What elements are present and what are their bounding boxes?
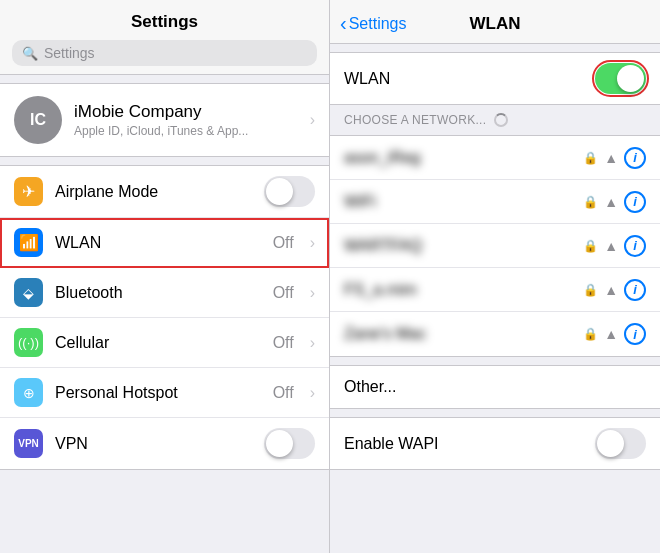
cellular-icon: ((·)) [18, 335, 39, 350]
wifi-icon-3: ▲ [604, 282, 618, 298]
search-placeholder-text: Settings [44, 45, 95, 61]
airplane-icon-box: ✈ [14, 177, 43, 206]
choose-network-bar: CHOOSE A NETWORK... [330, 105, 660, 135]
network-name-2: WARTFAQ [344, 237, 575, 255]
choose-network-text: CHOOSE A NETWORK... [344, 113, 486, 127]
bluetooth-icon: ⬙ [23, 285, 34, 301]
network-row-1[interactable]: WiFi 🔒 ▲ i [330, 180, 660, 224]
settings-row-wlan[interactable]: 📶 WLAN Off › [0, 218, 329, 268]
lock-icon-1: 🔒 [583, 195, 598, 209]
network-row-4[interactable]: Zane's Mac 🔒 ▲ i [330, 312, 660, 356]
enable-wapi-row: Enable WAPI [330, 417, 660, 470]
wlan-chevron: › [310, 234, 315, 252]
profile-section[interactable]: IC iMobie Company Apple ID, iCloud, iTun… [0, 83, 329, 157]
bluetooth-chevron: › [310, 284, 315, 302]
hotspot-icon: ⊕ [23, 385, 35, 401]
network-icons-1: 🔒 ▲ i [583, 191, 646, 213]
enable-wapi-toggle-knob [597, 430, 624, 457]
loading-spinner [494, 113, 508, 127]
bluetooth-value: Off [273, 284, 294, 302]
wifi-icon-1: ▲ [604, 194, 618, 210]
wlan-main-row: WLAN [330, 52, 660, 105]
lock-icon-4: 🔒 [583, 327, 598, 341]
wlan-toggle[interactable] [595, 63, 646, 94]
profile-info: iMobie Company Apple ID, iCloud, iTunes … [74, 102, 298, 138]
settings-row-vpn[interactable]: VPN VPN [0, 418, 329, 469]
wifi-icon-2: ▲ [604, 238, 618, 254]
right-header: ‹ Settings WLAN [330, 0, 660, 44]
settings-row-airplane[interactable]: ✈ Airplane Mode [0, 166, 329, 218]
back-label: Settings [349, 15, 407, 33]
enable-wapi-toggle[interactable] [595, 428, 646, 459]
vpn-icon: VPN [18, 438, 39, 449]
right-panel: ‹ Settings WLAN WLAN CHOOSE A NETWORK...… [330, 0, 660, 553]
other-row[interactable]: Other... [330, 365, 660, 409]
network-row-0[interactable]: ason_iReg 🔒 ▲ i [330, 136, 660, 180]
network-icons-0: 🔒 ▲ i [583, 147, 646, 169]
settings-row-cellular[interactable]: ((·)) Cellular Off › [0, 318, 329, 368]
hotspot-icon-box: ⊕ [14, 378, 43, 407]
wlan-value: Off [273, 234, 294, 252]
network-name-3: FS_a.mim [344, 281, 575, 299]
airplane-toggle-knob [266, 178, 293, 205]
network-name-0: ason_iReg [344, 149, 575, 167]
right-title: WLAN [470, 14, 521, 34]
back-chevron-icon: ‹ [340, 12, 347, 35]
info-icon-3[interactable]: i [624, 279, 646, 301]
bluetooth-icon-box: ⬙ [14, 278, 43, 307]
airplane-toggle[interactable] [264, 176, 315, 207]
network-name-4: Zane's Mac [344, 325, 575, 343]
cellular-label: Cellular [55, 334, 261, 352]
wlan-icon-box: 📶 [14, 228, 43, 257]
cellular-value: Off [273, 334, 294, 352]
airplane-icon: ✈ [22, 182, 35, 201]
networks-group: ason_iReg 🔒 ▲ i WiFi 🔒 ▲ i WARTFAQ 🔒 ▲ i [330, 135, 660, 357]
back-button[interactable]: ‹ Settings [340, 12, 406, 35]
info-icon-1[interactable]: i [624, 191, 646, 213]
settings-group: ✈ Airplane Mode 📶 WLAN Off › ⬙ Bluetooth… [0, 165, 329, 470]
info-icon-0[interactable]: i [624, 147, 646, 169]
left-panel: Settings 🔍 Settings IC iMobie Company Ap… [0, 0, 330, 553]
vpn-label: VPN [55, 435, 252, 453]
profile-subtitle: Apple ID, iCloud, iTunes & App... [74, 124, 298, 138]
lock-icon-2: 🔒 [583, 239, 598, 253]
profile-name: iMobie Company [74, 102, 298, 122]
network-icons-4: 🔒 ▲ i [583, 323, 646, 345]
hotspot-value: Off [273, 384, 294, 402]
network-row-2[interactable]: WARTFAQ 🔒 ▲ i [330, 224, 660, 268]
search-icon: 🔍 [22, 46, 38, 61]
settings-row-hotspot[interactable]: ⊕ Personal Hotspot Off › [0, 368, 329, 418]
info-icon-4[interactable]: i [624, 323, 646, 345]
wifi-icon-4: ▲ [604, 326, 618, 342]
settings-row-bluetooth[interactable]: ⬙ Bluetooth Off › [0, 268, 329, 318]
vpn-icon-box: VPN [14, 429, 43, 458]
hotspot-label: Personal Hotspot [55, 384, 261, 402]
lock-icon-0: 🔒 [583, 151, 598, 165]
other-label: Other... [344, 378, 396, 396]
wlan-toggle-knob [617, 65, 644, 92]
avatar: IC [14, 96, 62, 144]
wlan-icon: 📶 [19, 233, 39, 252]
cellular-icon-box: ((·)) [14, 328, 43, 357]
cellular-chevron: › [310, 334, 315, 352]
vpn-toggle[interactable] [264, 428, 315, 459]
network-icons-3: 🔒 ▲ i [583, 279, 646, 301]
lock-icon-3: 🔒 [583, 283, 598, 297]
network-name-1: WiFi [344, 193, 575, 211]
wifi-icon-0: ▲ [604, 150, 618, 166]
left-header: Settings 🔍 Settings [0, 0, 329, 75]
info-icon-2[interactable]: i [624, 235, 646, 257]
bluetooth-label: Bluetooth [55, 284, 261, 302]
profile-chevron: › [310, 111, 315, 129]
left-title: Settings [0, 12, 329, 32]
search-bar[interactable]: 🔍 Settings [12, 40, 317, 66]
airplane-label: Airplane Mode [55, 183, 252, 201]
enable-wapi-label: Enable WAPI [344, 435, 439, 453]
wlan-label-left: WLAN [55, 234, 261, 252]
network-row-3[interactable]: FS_a.mim 🔒 ▲ i [330, 268, 660, 312]
wlan-main-label: WLAN [344, 70, 390, 88]
hotspot-chevron: › [310, 384, 315, 402]
network-icons-2: 🔒 ▲ i [583, 235, 646, 257]
vpn-toggle-knob [266, 430, 293, 457]
